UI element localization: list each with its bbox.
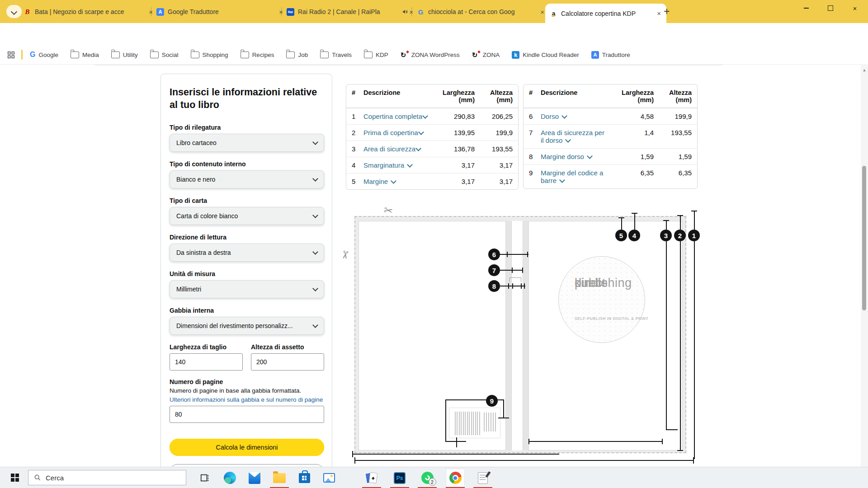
row-desc-link[interactable]: Margine del codice a barre xyxy=(541,169,610,184)
measure-cap xyxy=(693,457,694,464)
google-favicon: G xyxy=(417,8,425,16)
row-desc-link[interactable]: Prima di copertina xyxy=(363,129,431,136)
chevron-down-icon xyxy=(312,286,318,291)
taskbar-store[interactable] xyxy=(295,469,314,487)
table-row: 3 Area di sicurezza 136,78 193,55 xyxy=(346,141,518,157)
measure-cap xyxy=(498,418,509,418)
callout-8: 8 xyxy=(488,280,500,292)
taskbar-photos[interactable] xyxy=(320,469,339,487)
page-scrollbar[interactable]: ▲ xyxy=(861,64,868,467)
taskbar-search-input[interactable]: Cerca xyxy=(28,470,186,485)
measure-cap xyxy=(512,267,513,273)
chevron-down-icon[interactable] xyxy=(391,178,396,184)
field-reading-direction: Direzione di lettura Da sinistra a destr… xyxy=(170,234,324,262)
search-placeholder: Cerca xyxy=(46,474,64,482)
chevron-down-icon[interactable] xyxy=(559,177,565,183)
measure-cap xyxy=(507,252,508,257)
header-desc: Descrizione xyxy=(541,89,610,103)
taskbar-whatsapp[interactable]: 2 xyxy=(418,469,437,487)
tab-kdp-calculator-active[interactable]: a Calcolatore copertina KDP × xyxy=(545,4,666,23)
close-icon[interactable]: × xyxy=(656,9,662,17)
row-desc-link[interactable]: Copertina completa xyxy=(363,113,431,120)
taskbar-mail[interactable] xyxy=(245,469,264,487)
taskbar-edge[interactable] xyxy=(220,469,239,487)
chevron-down-icon[interactable] xyxy=(561,113,567,119)
row-desc-link[interactable]: Margine xyxy=(363,178,431,185)
bookmarks-bar: GGoogle Media Utility Social Shopping Re… xyxy=(0,45,868,65)
calculate-button[interactable]: Calcola le dimensioni xyxy=(170,439,324,456)
task-view-button[interactable] xyxy=(195,469,214,487)
bookmark-folder-job[interactable]: Job xyxy=(286,52,308,58)
row-desc-link[interactable]: Area di sicurezza per il dorso xyxy=(541,129,610,144)
table-row: 2 Prima di copertina 139,95 199,9 xyxy=(346,124,518,141)
bookmark-folder-recipes[interactable]: Recipes xyxy=(241,52,274,58)
interior-trim-select[interactable]: Dimensioni del rivestimento personalizz.… xyxy=(170,317,324,335)
trim-width-input[interactable]: 140 xyxy=(170,353,243,371)
measurement-unit-select[interactable]: Millimetri xyxy=(170,280,324,298)
taskbar-file-explorer[interactable] xyxy=(270,469,289,487)
apps-grid-icon[interactable] xyxy=(7,51,15,59)
page-count-input[interactable]: 80 xyxy=(170,406,324,423)
folder-icon xyxy=(364,52,373,58)
chevron-down-icon[interactable] xyxy=(565,137,571,143)
new-tab-button[interactable]: + xyxy=(664,5,670,17)
scrollbar-thumb[interactable] xyxy=(862,166,866,310)
taskbar-solitaire[interactable]: ♠ xyxy=(362,469,381,487)
row-desc-link[interactable]: Area di sicurezza xyxy=(363,145,431,153)
chevron-down-icon[interactable] xyxy=(418,129,424,135)
tab-bata[interactable]: B Bata | Negozio di scarpe e acce × xyxy=(19,3,158,20)
window-maximize-button[interactable] xyxy=(818,0,843,16)
window-close-button[interactable]: × xyxy=(843,0,867,16)
browser-toolbar: ← → kdp.amazon.com/cover-calculator ★ ⋮ xyxy=(0,23,868,45)
table-header: # Descrizione Larghezza (mm) Altezza (mm… xyxy=(346,84,518,108)
bookmark-folder-utility[interactable]: Utility xyxy=(111,52,138,58)
paper-type-select[interactable]: Carta di colore bianco xyxy=(170,207,324,225)
bookmark-label: Utility xyxy=(123,52,138,58)
bookmark-folder-kdp[interactable]: KDP xyxy=(364,52,388,58)
chevron-down-icon[interactable] xyxy=(407,162,413,168)
bookmark-folder-travels[interactable]: Travels xyxy=(320,52,352,58)
tab-audio-icon[interactable] xyxy=(402,9,408,15)
bookmark-kindle-cloud-reader[interactable]: kKindle Cloud Reader xyxy=(512,51,579,59)
bookmark-label: Media xyxy=(82,52,99,58)
tab-rai-radio[interactable]: Rai Rai Radio 2 | Canale | RaiPla × xyxy=(282,3,419,20)
select-value: Libro cartaceo xyxy=(176,139,217,146)
bookmark-google[interactable]: GGoogle xyxy=(30,51,58,59)
measure-line xyxy=(500,254,528,255)
taskbar-chrome-active[interactable] xyxy=(446,469,465,487)
photoshop-icon: Ps xyxy=(394,472,406,484)
row-desc-link[interactable]: Dorso xyxy=(541,113,610,120)
trim-width-group: Larghezza di taglio 140 xyxy=(170,343,243,371)
bookmark-traduttore[interactable]: ATraduttore xyxy=(591,51,630,59)
interior-type-select[interactable]: Bianco e nero xyxy=(170,170,324,188)
chevron-down-icon[interactable] xyxy=(422,113,428,119)
trim-height-input[interactable]: 200 xyxy=(251,353,324,371)
row-desc-link[interactable]: Margine dorso xyxy=(541,153,610,160)
chevron-down-icon[interactable] xyxy=(587,153,593,159)
reading-direction-select[interactable]: Da sinistra a destra xyxy=(170,244,324,262)
taskbar-photoshop[interactable]: Ps xyxy=(390,469,409,487)
row-height: 6,35 xyxy=(654,169,692,177)
bookmark-zona-wordpress[interactable]: ↻◆ZONA WordPress xyxy=(401,51,460,59)
bookmarks-separator xyxy=(21,50,23,60)
header-height: Altezza (mm) xyxy=(475,89,513,103)
callout-4: 4 xyxy=(628,230,640,241)
binding-type-select[interactable]: Libro cartaceo xyxy=(170,134,324,152)
measure-line xyxy=(445,441,466,442)
row-desc-link[interactable]: Smarginatura xyxy=(363,161,431,169)
tab-google-search[interactable]: G chiocciola at - Cerca con Goog × xyxy=(412,3,550,20)
bookmark-zona[interactable]: ↻◆ZONA xyxy=(472,51,500,59)
chevron-down-icon[interactable] xyxy=(415,145,421,151)
tab-google-traduttore[interactable]: A Google Traduttore × xyxy=(152,3,288,20)
scroll-up-icon[interactable]: ▲ xyxy=(861,64,868,72)
window-minimize-button[interactable] xyxy=(794,0,818,16)
start-button[interactable] xyxy=(11,474,19,482)
scissors-icon: ✂ xyxy=(338,249,352,261)
close-icon[interactable]: × xyxy=(539,8,545,16)
page-count-info-link[interactable]: Ulteriori informazioni sulla gabbia e su… xyxy=(170,395,324,404)
bookmark-folder-media[interactable]: Media xyxy=(71,52,99,58)
taskbar-notes[interactable] xyxy=(473,469,492,487)
field-interior-trim: Gabbia interna Dimensioni del rivestimen… xyxy=(170,307,324,335)
bookmark-folder-shopping[interactable]: Shopping xyxy=(191,52,228,58)
bookmark-folder-social[interactable]: Social xyxy=(150,52,179,58)
